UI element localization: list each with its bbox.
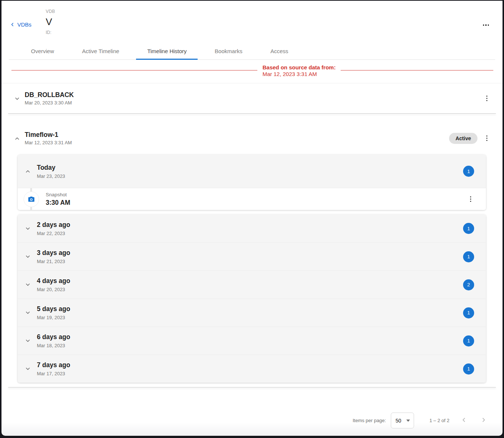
group-header-4-days-ago[interactable]: 4 days ago Mar 20, 2023 2 (18, 270, 486, 299)
pagination-range: 1 – 2 of 2 (430, 418, 449, 423)
group-date: Mar 20, 2023 (37, 287, 70, 292)
timeline-title-block: DB_ROLLBACK Mar 20, 2023 3:30 AM (25, 91, 74, 106)
timeline-title-block: Timeflow-1 Mar 12, 2023 3:31 AM (25, 131, 72, 145)
timeline-name: Timeflow-1 (25, 131, 72, 138)
group-title: Today (37, 164, 65, 172)
kebab-menu-icon[interactable] (467, 194, 475, 204)
group-title-block: 3 days ago Mar 21, 2023 (37, 249, 70, 264)
group-title-block: 5 days ago Mar 19, 2023 (37, 305, 70, 320)
snapshot-count-badge: 1 (463, 166, 474, 177)
group-date: Mar 21, 2023 (37, 259, 70, 264)
snapshot-count-badge: 1 (463, 363, 474, 375)
timeline-date: Mar 12, 2023 3:31 AM (25, 140, 72, 145)
chevron-right-icon (480, 417, 487, 423)
snapshot-avatar (24, 192, 39, 207)
group-title: 4 days ago (37, 277, 70, 285)
group-title: 3 days ago (37, 249, 70, 257)
timeline-timeflow-1[interactable]: Timeflow-1 Mar 12, 2023 3:31 AM Active (1, 118, 503, 155)
chevron-down-icon[interactable] (25, 282, 31, 289)
chevron-left-icon (10, 22, 15, 27)
dropdown-caret-icon (406, 420, 410, 422)
day-groups-card: 2 days ago Mar 22, 2023 1 3 days ago Mar… (18, 214, 486, 383)
active-status-badge[interactable]: Active (449, 133, 477, 144)
chevron-left-icon (460, 417, 467, 423)
app-window: VDBs VDB V ID: Overview Active Timeline … (1, 0, 503, 437)
snapshot-time: 3:30 AM (46, 199, 70, 207)
chevron-down-icon[interactable] (25, 366, 31, 373)
group-date: Mar 18, 2023 (37, 343, 70, 348)
timeline-date: Mar 20, 2023 3:30 AM (25, 100, 74, 106)
group-title-block: 4 days ago Mar 20, 2023 (37, 277, 70, 292)
group-header-today[interactable]: Today Mar 23, 2023 1 (18, 155, 486, 188)
next-page-button[interactable] (478, 414, 489, 427)
page-header: VDBs VDB V ID: (1, 1, 503, 42)
snapshot-count-badge: 2 (463, 279, 474, 290)
chevron-down-icon[interactable] (14, 96, 20, 103)
chevron-up-icon[interactable] (14, 135, 20, 143)
camera-icon (27, 195, 35, 203)
page-size-value: 50 (396, 418, 402, 424)
items-per-page-label: Items per page: (352, 418, 386, 423)
source-data-banner: Based on source data from: Mar 12, 2023 … (1, 60, 503, 83)
tab-bar: Overview Active Timeline Timeline Histor… (9, 42, 495, 60)
group-title-block: 2 days ago Mar 22, 2023 (37, 221, 70, 236)
group-title-block: Today Mar 23, 2023 (37, 164, 65, 179)
banner-rule (11, 70, 493, 70)
group-date: Mar 19, 2023 (37, 315, 70, 320)
tab-timeline-history[interactable]: Timeline History (133, 42, 201, 59)
chevron-down-icon[interactable] (25, 338, 31, 345)
chevron-down-icon[interactable] (25, 225, 31, 233)
timeline-db-rollback[interactable]: DB_ROLLBACK Mar 20, 2023 3:30 AM (1, 83, 503, 113)
tab-active-timeline[interactable]: Active Timeline (68, 42, 133, 59)
snapshot-count-badge: 1 (463, 335, 474, 346)
group-date: Mar 23, 2023 (37, 173, 65, 179)
snapshot-row[interactable]: Snapshot 3:30 AM (18, 188, 486, 210)
banner-text: Based on source data from: Mar 12, 2023 … (257, 64, 341, 77)
chevron-down-icon[interactable] (25, 254, 31, 261)
tab-bookmarks[interactable]: Bookmarks (201, 42, 256, 59)
vdb-type-label: VDB (46, 9, 55, 14)
pagination-bar: Items per page: 50 1 – 2 of 2 (1, 387, 503, 428)
snapshot-label: Snapshot (46, 192, 70, 198)
snapshot-count-badge: 1 (463, 307, 474, 318)
group-title: 6 days ago (37, 333, 70, 341)
tab-access[interactable]: Access (256, 42, 302, 59)
group-header-5-days-ago[interactable]: 5 days ago Mar 19, 2023 1 (18, 299, 486, 327)
more-actions-icon[interactable] (482, 22, 491, 28)
vdb-id-label: ID: (46, 30, 55, 35)
group-title: 5 days ago (37, 305, 70, 313)
chevron-down-icon[interactable] (25, 310, 31, 317)
title-block: VDB V ID: (46, 9, 55, 35)
group-title: 2 days ago (37, 221, 70, 229)
group-title: 7 days ago (37, 361, 70, 369)
previous-page-button[interactable] (458, 414, 469, 427)
group-title-block: 7 days ago Mar 17, 2023 (37, 361, 70, 376)
chevron-up-icon[interactable] (25, 168, 31, 176)
group-date: Mar 22, 2023 (37, 231, 70, 236)
banner-title: Based on source data from: (263, 64, 336, 71)
snapshot-count-badge: 1 (463, 251, 474, 262)
group-date: Mar 17, 2023 (37, 371, 70, 376)
kebab-menu-icon[interactable] (483, 133, 491, 144)
group-header-2-days-ago[interactable]: 2 days ago Mar 22, 2023 1 (18, 214, 486, 242)
snapshot-text-block: Snapshot 3:30 AM (46, 192, 70, 207)
back-link-label: VDBs (17, 21, 31, 28)
group-header-7-days-ago[interactable]: 7 days ago Mar 17, 2023 1 (18, 355, 486, 383)
snapshot-count-badge: 1 (463, 223, 474, 234)
group-title-block: 6 days ago Mar 18, 2023 (37, 333, 70, 348)
group-header-3-days-ago[interactable]: 3 days ago Mar 21, 2023 1 (18, 242, 486, 270)
group-header-6-days-ago[interactable]: 6 days ago Mar 18, 2023 1 (18, 327, 486, 355)
back-to-vdbs-link[interactable]: VDBs (10, 21, 31, 28)
banner-date: Mar 12, 2023 3:31 AM (263, 71, 336, 77)
kebab-menu-icon[interactable] (483, 93, 491, 104)
timeline-name: DB_ROLLBACK (25, 91, 74, 99)
page-title: V (46, 17, 55, 27)
page-size-select[interactable]: 50 (391, 413, 414, 428)
today-group-card: Today Mar 23, 2023 1 Snapshot 3:30 AM (18, 155, 486, 210)
tab-overview[interactable]: Overview (17, 42, 68, 59)
